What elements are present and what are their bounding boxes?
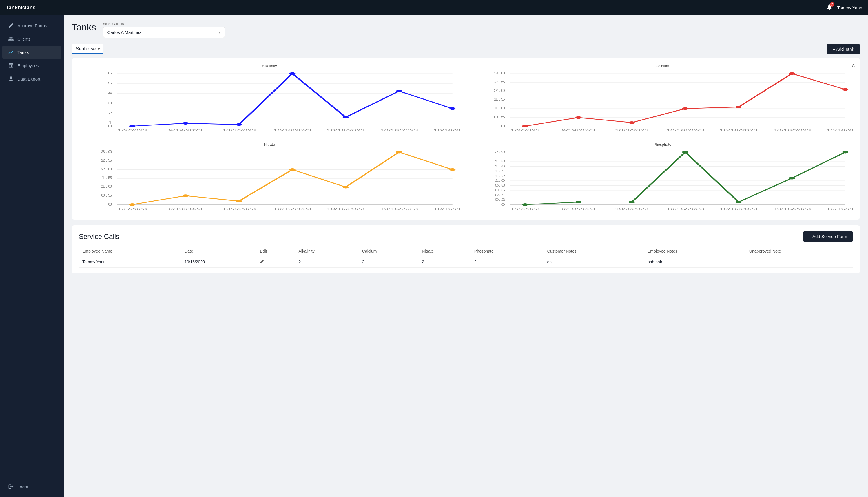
svg-text:0: 0 (501, 124, 505, 128)
svg-point-46 (736, 106, 742, 108)
col-unapproved-notes: Unapproved Note (746, 246, 853, 256)
svg-text:10/16/2023: 10/16/2023 (719, 207, 758, 211)
cell-unapproved-notes (746, 256, 853, 268)
charts-grid: Alkalinity 0 1 2 3 (79, 64, 853, 214)
svg-text:10/16/2023: 10/16/2023 (773, 207, 811, 211)
svg-text:1.0: 1.0 (101, 184, 112, 188)
svg-point-44 (629, 122, 635, 124)
svg-text:0.8: 0.8 (494, 184, 505, 187)
nav-right: 7 Tommy Yann (826, 4, 862, 11)
chevron-down-icon: ▾ (219, 30, 221, 34)
service-calls-card: Service Calls + Add Service Form Employe… (72, 225, 860, 273)
svg-point-112 (789, 177, 795, 180)
svg-point-45 (682, 108, 688, 110)
tank-selector[interactable]: Seahorse ▾ (72, 44, 103, 54)
svg-text:10/16/2023: 10/16/2023 (326, 129, 365, 132)
svg-text:9/19/2023: 9/19/2023 (561, 129, 596, 132)
sidebar-item-employees[interactable]: Employees (2, 59, 61, 72)
sidebar: Approve Forms Clients Tanks Employees (0, 15, 64, 497)
svg-point-72 (236, 200, 242, 202)
top-nav: Tanknicians 7 Tommy Yann (0, 0, 868, 15)
pencil-icon[interactable] (260, 260, 265, 265)
col-edit: Edit (256, 246, 295, 256)
svg-text:2.5: 2.5 (494, 80, 505, 84)
nitrate-title: Nitrate (79, 142, 460, 146)
tank-chevron-icon: ▾ (98, 46, 100, 52)
svg-point-108 (575, 201, 582, 203)
cell-employee-name: Tommy Yann (79, 256, 181, 268)
col-employee-name: Employee Name (79, 246, 181, 256)
svg-text:0: 0 (108, 202, 112, 207)
svg-text:10/16/2023: 10/16/2023 (273, 129, 311, 132)
sidebar-item-data-export[interactable]: Data Export (2, 72, 61, 85)
logout-icon (8, 484, 14, 489)
add-service-form-button[interactable]: + Add Service Form (803, 231, 853, 242)
svg-text:2.0: 2.0 (494, 89, 505, 93)
svg-text:10/16/2023: 10/16/2023 (826, 129, 853, 132)
svg-text:1.2: 1.2 (494, 174, 505, 178)
main-content: Tanks Search Clients Carlos A Martinez ▾… (64, 15, 868, 497)
sidebar-label-employees: Employees (17, 63, 39, 68)
svg-point-110 (682, 151, 688, 154)
svg-point-70 (129, 203, 135, 206)
table-row: Tommy Yann 10/16/2023 2 2 2 2 (79, 256, 853, 268)
add-tank-button[interactable]: + Add Tank (827, 44, 860, 55)
svg-text:1.0: 1.0 (494, 106, 505, 110)
app-body: Approve Forms Clients Tanks Employees (0, 15, 868, 497)
svg-point-71 (183, 194, 188, 197)
calcium-title: Calcium (472, 64, 853, 68)
cell-date: 10/16/2023 (181, 256, 256, 268)
col-nitrate: Nitrate (418, 246, 471, 256)
svg-text:9/19/2023: 9/19/2023 (169, 207, 202, 211)
edit-icon (8, 23, 14, 28)
tank-name: Seahorse (76, 46, 96, 52)
svg-point-16 (236, 123, 242, 126)
cell-edit[interactable] (256, 256, 295, 268)
tank-controls: Seahorse ▾ + Add Tank (72, 44, 860, 55)
sidebar-item-approve-forms[interactable]: Approve Forms (2, 19, 61, 32)
svg-point-14 (129, 125, 135, 127)
employees-icon (8, 62, 14, 68)
svg-point-43 (575, 116, 582, 119)
search-clients-select[interactable]: Carlos A Martinez ▾ (103, 27, 225, 38)
svg-text:3.0: 3.0 (494, 71, 505, 75)
sidebar-label-clients: Clients (17, 37, 31, 41)
svg-text:10/16/2023: 10/16/2023 (433, 207, 460, 211)
sidebar-item-clients[interactable]: Clients (2, 32, 61, 45)
notification-bell[interactable]: 7 (826, 4, 832, 11)
svg-text:1.0: 1.0 (494, 179, 505, 182)
service-calls-table: Employee Name Date Edit Alkalinity Calci… (79, 246, 853, 268)
svg-text:10/3/2023: 10/3/2023 (615, 207, 649, 211)
svg-text:1: 1 (108, 121, 112, 125)
svg-text:2: 2 (108, 111, 112, 115)
svg-text:1.5: 1.5 (494, 98, 505, 102)
calcium-svg: 0 0.5 1.0 1.5 2.0 2.5 3.0 (472, 70, 853, 134)
svg-text:10/16/2023: 10/16/2023 (273, 207, 311, 211)
svg-text:1/2/2023: 1/2/2023 (510, 207, 540, 211)
cell-employee-notes: nah nah (644, 256, 746, 268)
sidebar-label-tanks: Tanks (17, 50, 29, 55)
nitrate-chart: Nitrate 0 0.5 1.0 1.5 2.0 (79, 142, 460, 214)
svg-text:3.0: 3.0 (101, 150, 112, 154)
svg-point-19 (396, 90, 402, 93)
search-wrapper: Search Clients Carlos A Martinez ▾ (103, 22, 225, 38)
svg-text:10/16/2023: 10/16/2023 (380, 129, 418, 132)
add-tank-label: + Add Tank (832, 47, 854, 52)
sidebar-item-tanks[interactable]: Tanks (2, 46, 61, 58)
svg-text:2.0: 2.0 (494, 150, 505, 154)
svg-point-111 (736, 201, 742, 203)
sidebar-item-logout[interactable]: Logout (2, 480, 61, 493)
col-employee-notes: Employee Notes (644, 246, 746, 256)
svg-text:10/16/2023: 10/16/2023 (326, 207, 365, 211)
svg-text:0.5: 0.5 (494, 115, 505, 119)
cell-nitrate: 2 (418, 256, 471, 268)
svg-point-76 (449, 168, 456, 171)
calcium-chart: Calcium 0 0.5 1.0 1.5 2.0 (472, 64, 853, 135)
svg-text:10/3/2023: 10/3/2023 (222, 129, 256, 132)
sidebar-bottom: Logout (0, 480, 64, 497)
svg-text:5: 5 (108, 81, 112, 85)
tanks-icon (8, 49, 14, 55)
svg-point-17 (289, 72, 295, 75)
search-clients-label: Search Clients (103, 22, 225, 26)
svg-point-109 (629, 201, 635, 203)
